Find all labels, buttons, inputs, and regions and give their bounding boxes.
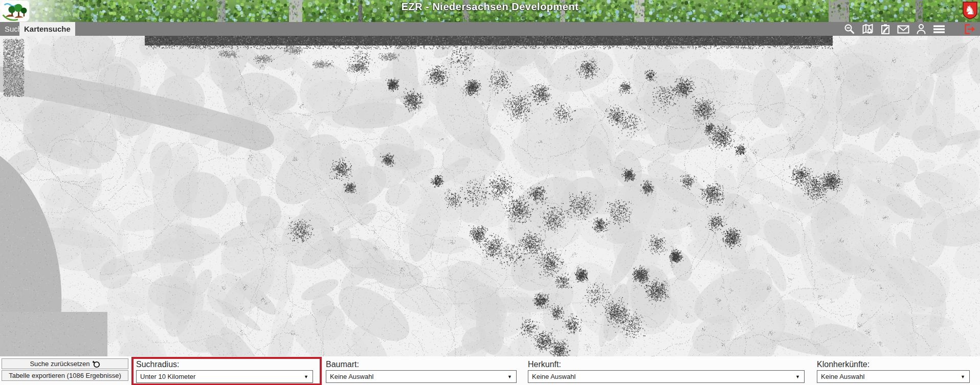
map-search-icon[interactable] — [860, 23, 875, 35]
suchradius-label: Suchradius: — [136, 360, 180, 369]
menu-icon[interactable] — [932, 23, 946, 35]
chevron-down-icon: ▼ — [304, 374, 313, 379]
klonherkuenfte-select[interactable]: Keine Auswahl ▼ — [817, 370, 970, 383]
search-icon — [92, 360, 100, 368]
reset-search-label: Suche zurücksetzen — [30, 360, 90, 368]
herkunft-select[interactable]: Keine Auswahl ▼ — [528, 370, 805, 383]
reset-search-button[interactable]: Suche zurücksetzen — [2, 358, 128, 369]
suchradius-select[interactable]: Unter 10 Kilometer ▼ — [136, 370, 313, 383]
tab-kartensuche[interactable]: Kartensuche — [19, 22, 75, 36]
result-map[interactable] — [0, 36, 980, 356]
user-icon[interactable] — [914, 23, 928, 35]
toolbar-icons — [839, 22, 977, 36]
tab-bar: Suche Kartensuche — [0, 22, 980, 36]
edit-report-icon[interactable] — [878, 23, 893, 35]
export-table-button[interactable]: Tabelle exportieren (1086 Ergebnisse) — [2, 370, 128, 381]
forestry-logo-icon — [1, 1, 32, 21]
baumart-select[interactable]: Keine Auswahl ▼ — [326, 370, 517, 383]
mail-icon[interactable] — [896, 23, 910, 35]
herkunft-value: Keine Auswahl — [528, 373, 795, 380]
suchradius-value: Unter 10 Kilometer — [137, 373, 304, 380]
logout-icon[interactable] — [963, 23, 977, 35]
chevron-down-icon: ▼ — [795, 374, 804, 379]
chevron-down-icon: ▼ — [507, 374, 516, 379]
chevron-down-icon: ▼ — [961, 374, 969, 379]
zoom-out-icon[interactable] — [842, 23, 857, 35]
klonherkuenfte-label: Klonherkünfte: — [817, 360, 870, 369]
herkunft-label: Herkunft: — [528, 360, 561, 369]
baumart-label: Baumart: — [326, 360, 359, 369]
filter-bar: Suche zurücksetzen Tabelle exportieren (… — [0, 356, 980, 385]
klonherkuenfte-value: Keine Auswahl — [817, 373, 961, 380]
app-header: EZR - Niedersachsen Development ♞ — [0, 0, 980, 22]
svg-text:♞: ♞ — [965, 3, 976, 17]
page-title: EZR - Niedersachsen Development — [402, 1, 579, 13]
baumart-value: Keine Auswahl — [326, 373, 507, 380]
niedersachsen-coat-of-arms-icon: ♞ — [963, 2, 977, 19]
export-table-label: Tabelle exportieren (1086 Ergebnisse) — [9, 372, 121, 379]
